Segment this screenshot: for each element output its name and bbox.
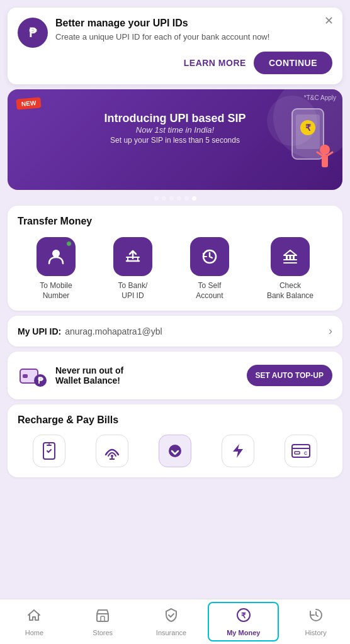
continue-button[interactable]: CONTINUE bbox=[254, 52, 332, 74]
nav-insurance[interactable]: Insurance bbox=[137, 599, 206, 644]
bill-item-cards[interactable]: C bbox=[285, 435, 317, 467]
nav-mymoney-label: My Money bbox=[227, 629, 260, 636]
bill-item-mobile[interactable] bbox=[33, 435, 65, 467]
transfer-bank-balance[interactable]: CheckBank Balance bbox=[267, 237, 313, 301]
svg-point-21 bbox=[169, 445, 181, 457]
banner-tc: *T&C Apply bbox=[304, 94, 336, 101]
banner-container[interactable]: *T&C Apply NEW Introducing UPI based SIP… bbox=[8, 89, 342, 190]
topup-card: ₱ Never run out of Wallet Balance! SET A… bbox=[8, 352, 342, 399]
dot-5 bbox=[184, 196, 189, 201]
svg-rect-27 bbox=[101, 616, 104, 621]
bottom-nav: Home Stores Insurance ₹ My Money bbox=[0, 599, 350, 644]
transfer-bank-label: To Bank/UPI ID bbox=[118, 281, 148, 301]
transfer-to-self[interactable]: To SelfAccount bbox=[190, 237, 229, 301]
topup-title: Never run out of Wallet Balance! bbox=[55, 365, 239, 386]
notification-card: ₱ Better manage your UPI IDs Create a un… bbox=[8, 8, 342, 84]
person-icon bbox=[47, 247, 65, 266]
notification-title: Better manage your UPI IDs bbox=[55, 18, 332, 29]
dot-1 bbox=[154, 196, 159, 201]
bank-upload-icon bbox=[123, 247, 142, 266]
clock-arrow-icon bbox=[200, 247, 219, 266]
banner-dots bbox=[0, 196, 350, 201]
nav-history[interactable]: History bbox=[281, 599, 350, 644]
svg-rect-10 bbox=[286, 255, 288, 260]
svg-text:₹: ₹ bbox=[241, 611, 246, 620]
history-icon bbox=[308, 608, 324, 626]
phonepe-logo: ₱ bbox=[18, 18, 48, 48]
transfer-balance-icon-wrap bbox=[271, 237, 310, 276]
bill-dth-icon bbox=[96, 435, 128, 467]
bank-balance-icon bbox=[281, 247, 300, 266]
store-icon bbox=[95, 608, 110, 626]
dot-3 bbox=[169, 196, 174, 201]
transfer-mobile-label: To MobileNumber bbox=[40, 281, 72, 301]
banner-section: *T&C Apply NEW Introducing UPI based SIP… bbox=[0, 89, 350, 201]
nav-mymoney[interactable]: ₹ My Money bbox=[208, 602, 279, 641]
nav-stores[interactable]: Stores bbox=[69, 599, 137, 644]
svg-rect-24 bbox=[295, 452, 300, 454]
svg-text:₱: ₱ bbox=[38, 375, 43, 386]
rupee-icon: ₹ bbox=[236, 608, 251, 626]
nav-home[interactable]: Home bbox=[0, 599, 69, 644]
svg-point-4 bbox=[320, 145, 330, 155]
transfer-title: Transfer Money bbox=[18, 216, 332, 227]
bills-grid: C bbox=[18, 435, 332, 467]
svg-point-18 bbox=[111, 455, 113, 457]
upi-id-label: My UPI ID: bbox=[18, 326, 61, 336]
transfer-section: Transfer Money To MobileNumber bbox=[8, 206, 342, 311]
upi-chevron-icon: › bbox=[329, 325, 332, 338]
svg-rect-14 bbox=[23, 374, 28, 378]
transfer-self-label: To SelfAccount bbox=[196, 281, 223, 301]
bill-item-dth[interactable] bbox=[96, 435, 128, 467]
transfer-balance-label: CheckBank Balance bbox=[267, 281, 313, 301]
transfer-bank-icon-wrap bbox=[113, 237, 152, 276]
notification-actions: LEARN MORE CONTINUE bbox=[55, 52, 332, 74]
online-dot bbox=[66, 241, 72, 247]
bill-item-more[interactable] bbox=[159, 435, 191, 467]
svg-rect-12 bbox=[293, 255, 295, 260]
notification-subtitle: Create a unique UPI ID for each of your … bbox=[55, 31, 332, 43]
transfer-mobile-icon-wrap bbox=[37, 237, 76, 276]
topup-button[interactable]: SET AUTO TOP-UP bbox=[247, 365, 332, 386]
bill-electricity-icon bbox=[222, 435, 254, 467]
dot-2 bbox=[162, 196, 166, 201]
nav-stores-label: Stores bbox=[93, 629, 113, 636]
topup-icon: ₱ bbox=[18, 360, 48, 391]
bill-mobile-icon bbox=[33, 435, 65, 467]
svg-text:C: C bbox=[304, 451, 307, 455]
transfer-to-mobile[interactable]: To MobileNumber bbox=[37, 237, 76, 301]
nav-insurance-label: Insurance bbox=[156, 629, 186, 636]
dot-4 bbox=[177, 196, 181, 201]
bills-section: Recharge & Pay Bills bbox=[8, 404, 342, 477]
svg-text:₹: ₹ bbox=[305, 123, 311, 133]
bill-cards-icon: C bbox=[285, 435, 317, 467]
bill-more-icon bbox=[159, 435, 191, 467]
transfer-self-icon-wrap bbox=[190, 237, 229, 276]
upi-id-value: anurag.mohapatra1@ybl bbox=[65, 326, 329, 336]
topup-text: Never run out of Wallet Balance! bbox=[55, 365, 239, 386]
shield-icon bbox=[164, 608, 179, 626]
dot-6-active bbox=[192, 196, 196, 201]
notification-content: Better manage your UPI IDs Create a uniq… bbox=[55, 18, 332, 74]
nav-home-label: Home bbox=[25, 629, 43, 636]
svg-rect-26 bbox=[97, 614, 108, 621]
home-icon bbox=[26, 608, 42, 626]
close-button[interactable]: ✕ bbox=[324, 15, 334, 26]
svg-rect-11 bbox=[289, 255, 291, 260]
bill-item-electricity[interactable] bbox=[222, 435, 254, 467]
banner-graphic: ₹ bbox=[279, 106, 336, 177]
phonepe-logo-text: ₱ bbox=[29, 25, 37, 40]
upi-id-row[interactable]: My UPI ID: anurag.mohapatra1@ybl › bbox=[8, 316, 342, 347]
transfer-to-bank[interactable]: To Bank/UPI ID bbox=[113, 237, 152, 301]
nav-history-label: History bbox=[305, 629, 326, 636]
svg-point-8 bbox=[52, 250, 60, 257]
transfer-grid: To MobileNumber To Bank/UPI ID bbox=[18, 237, 332, 301]
learn-more-button[interactable]: LEARN MORE bbox=[184, 58, 246, 68]
bills-title: Recharge & Pay Bills bbox=[18, 414, 332, 426]
